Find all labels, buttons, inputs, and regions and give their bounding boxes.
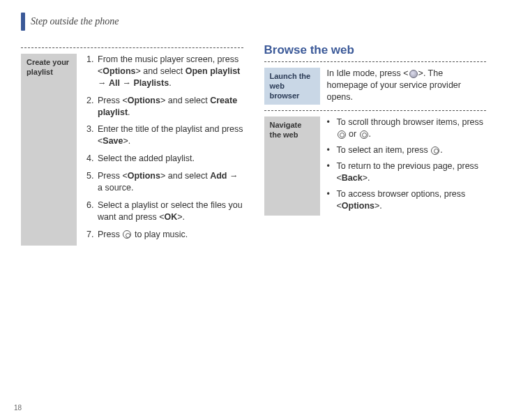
text: >.	[374, 201, 382, 211]
navigate-bullets: To scroll through browser items, press o…	[327, 117, 487, 211]
text: All	[109, 78, 120, 88]
step-5: Press <Options> and select Add → a sourc…	[96, 170, 243, 194]
text: Save	[103, 136, 123, 146]
step-3: Enter the title of the playlist and pres…	[96, 123, 243, 147]
text: Press <	[98, 96, 128, 105]
text: →	[98, 78, 109, 88]
text: In Idle mode, press <	[327, 68, 409, 78]
globe-icon	[409, 70, 418, 78]
text: .	[369, 129, 371, 139]
nav-select-icon	[431, 147, 439, 155]
right-column: Browse the web Launch the web browser In…	[264, 43, 487, 251]
step-6: Select a playlist or select the files yo…	[96, 200, 243, 223]
text: Options	[103, 66, 135, 76]
bullet-scroll: To scroll through browser items, press o…	[327, 117, 487, 140]
step-1: From the music player screen, press <Opt…	[96, 54, 243, 89]
bullet-options: To access browser options, press <Option…	[327, 188, 487, 212]
text: Options	[128, 171, 160, 181]
bullet-select: To select an item, press .	[327, 144, 487, 156]
text: >.	[123, 136, 131, 146]
sidehead-create-playlist: Create your playlist	[21, 54, 77, 246]
divider	[264, 61, 487, 62]
create-playlist-body: From the music player screen, press <Opt…	[84, 54, 243, 246]
divider	[21, 47, 243, 48]
sidehead-launch-browser: Launch the web browser	[264, 68, 320, 105]
text: >.	[363, 173, 370, 183]
header-accent-bar	[21, 13, 25, 31]
sidehead-navigate-web: Navigate the web	[264, 117, 320, 216]
nav-ok-icon	[123, 230, 131, 239]
browse-web-heading: Browse the web	[264, 43, 487, 57]
text: Open playlist	[186, 66, 241, 76]
text: Back	[342, 173, 363, 183]
navigate-web-section: Navigate the web To scroll through brows…	[264, 117, 487, 216]
playlist-steps: From the music player screen, press <Opt…	[84, 54, 243, 240]
left-column: Create your playlist From the music play…	[21, 43, 243, 251]
page-number: 18	[14, 404, 22, 412]
text: To scroll through browser items, press	[337, 117, 484, 127]
text: to play music.	[132, 230, 188, 239]
text: Playlists	[133, 78, 169, 88]
text: > and select	[136, 66, 186, 76]
text: .	[440, 145, 442, 155]
text: or	[347, 129, 359, 139]
create-playlist-section: Create your playlist From the music play…	[21, 54, 243, 246]
text: Press	[98, 230, 122, 239]
text: Options	[128, 96, 160, 105]
nav-down-icon	[360, 130, 368, 139]
step-2: Press <Options> and select Create playli…	[96, 95, 243, 119]
step-4: Select the added playlist.	[96, 153, 243, 165]
text: Add	[210, 171, 227, 181]
text: .	[128, 107, 130, 117]
text: To select an item, press	[337, 145, 431, 155]
text: Select the added playlist.	[98, 153, 195, 163]
text: > and select	[160, 171, 210, 181]
text: .	[169, 78, 171, 88]
text: Press <	[98, 171, 128, 181]
text: > and select	[160, 96, 210, 105]
launch-browser-body: In Idle mode, press <>. The homepage of …	[327, 68, 487, 105]
page-header: Step outside the phone	[21, 13, 486, 31]
text: OK	[165, 212, 178, 222]
content-columns: Create your playlist From the music play…	[21, 43, 486, 251]
nav-up-icon	[338, 130, 346, 139]
text: →	[120, 78, 133, 88]
divider	[264, 110, 487, 111]
bullet-back: To return to the previous page, press <B…	[327, 160, 487, 184]
text: Options	[342, 201, 374, 211]
launch-browser-section: Launch the web browser In Idle mode, pre…	[264, 68, 487, 105]
running-title: Step outside the phone	[31, 16, 119, 27]
text: >.	[177, 212, 185, 222]
step-7: Press to play music.	[96, 229, 243, 241]
navigate-web-body: To scroll through browser items, press o…	[327, 117, 487, 216]
